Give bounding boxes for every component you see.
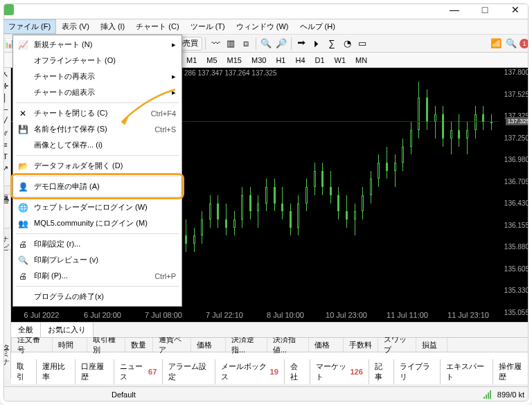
menu-item[interactable]: 表示 (V) (56, 19, 95, 34)
line-chart-icon[interactable]: 〰 (209, 37, 222, 51)
profile-name[interactable]: Default (112, 390, 136, 399)
menu-entry[interactable]: 🖨印刷設定 (r)... (13, 236, 181, 252)
bar-chart-icon[interactable]: ▥ (224, 37, 238, 51)
menu-entry[interactable]: 🔍印刷プレビュー (v) (13, 252, 181, 268)
column-header[interactable]: 損益 (416, 338, 447, 352)
timeframe-button[interactable]: W1 (330, 54, 351, 66)
menu-item[interactable]: ヘルプ (H) (294, 19, 341, 34)
menu-entry[interactable]: 💾名前を付けて保存 (S)Ctrl+S (13, 121, 181, 137)
terminal-tab[interactable]: マーケット126 (310, 359, 369, 384)
file-menu-dropdown: 📈新規チャート (N)▸オフラインチャート (O)チャートの再表示▸チャートの組… (12, 35, 182, 307)
column-header[interactable]: 価格 (309, 338, 344, 352)
terminal-tab[interactable]: 運用比率 (37, 359, 76, 384)
titlebar: — □ ✕ (0, 0, 532, 19)
terminal-tab[interactable]: ライブラリ (394, 359, 440, 384)
timeframe-button[interactable]: M15 (223, 54, 246, 66)
trendline-icon[interactable]: ╱ (1, 116, 10, 126)
menu-entry[interactable]: 🌐ウェブトレーダーにログイン (W) (13, 199, 181, 215)
channel-icon[interactable]: ⫽ (1, 128, 10, 138)
menu-entry[interactable]: 画像として保存... (i) (13, 137, 181, 153)
menu-entry[interactable]: プログラムの終了(x) (13, 289, 181, 305)
close-button[interactable]: ✕ (502, 1, 529, 18)
column-header[interactable]: 取引種別 (87, 338, 125, 352)
menu-entry-icon: ✕ (17, 108, 28, 119)
navigator-tab[interactable]: ナビ (0, 228, 12, 250)
market-watch-tab[interactable]: 気 通 (0, 186, 12, 195)
timeframe-button[interactable]: H4 (291, 54, 309, 66)
text-icon[interactable]: T (1, 152, 10, 161)
minimize-button[interactable]: — (441, 1, 468, 18)
menu-entry[interactable]: チャートの再表示▸ (13, 69, 181, 84)
signal-icon[interactable]: 📶 (489, 37, 503, 51)
timeframe-button[interactable]: D1 (311, 54, 329, 66)
terminal-tab[interactable]: アラーム設定 (163, 359, 215, 384)
chart-tab-general[interactable]: 全般 (11, 323, 41, 337)
terminal-tab[interactable]: 口座履歴 (76, 359, 114, 384)
terminal-tab[interactable]: ニュース67 (114, 359, 163, 384)
timeframe-button[interactable]: H1 (272, 54, 290, 66)
menu-entry-label: チャートを閉じる (C) (34, 108, 107, 118)
chart-bottom-info: 全般 お気に入り (11, 322, 532, 337)
terminal-tab[interactable]: メールボックス19 (215, 359, 284, 384)
menu-entry-icon: 🔍 (17, 255, 28, 266)
menu-item[interactable]: ツール (T) (185, 19, 231, 34)
column-header[interactable]: 決済逆指... (226, 338, 267, 352)
menu-item[interactable]: ウィンドウ (W) (231, 19, 294, 34)
column-header[interactable]: 注文番号 (11, 338, 53, 352)
column-header[interactable]: 時間 (53, 338, 87, 352)
periods-icon[interactable]: ◔ (340, 37, 354, 51)
hline-icon[interactable]: ─ (1, 105, 10, 114)
chart-tab-fav[interactable]: お気に入り (41, 323, 94, 337)
menu-item[interactable]: 挿入 (I) (95, 19, 130, 34)
crosshair-icon[interactable]: ✛ (1, 81, 10, 91)
timeframe-button[interactable]: M5 (202, 54, 221, 66)
column-header[interactable]: 手数料 (344, 338, 378, 352)
timeframe-button[interactable]: M30 (247, 54, 270, 66)
menu-entry[interactable]: 👤デモ口座の申請 (A) (13, 179, 181, 195)
menu-entry[interactable]: 📂データフォルダを開く (D) (13, 158, 181, 174)
column-header[interactable]: 数量 (125, 338, 153, 352)
terminal-tab[interactable]: エキスパート (441, 359, 493, 384)
scroll-icon[interactable]: ⏵ (310, 37, 323, 51)
search-icon[interactable]: 🔍 (504, 37, 518, 51)
candles-icon[interactable]: ⧈ (239, 37, 253, 51)
menu-entry[interactable]: 🖨印刷 (P)...Ctrl+P (13, 268, 181, 284)
terminal-tab[interactable]: 取引 (11, 359, 37, 384)
menu-entry-icon: 🌐 (17, 202, 28, 213)
menu-entry-icon: 👥 (17, 218, 28, 229)
menu-item[interactable]: ファイル (F) (3, 19, 56, 34)
column-header[interactable]: 価格 (191, 338, 226, 352)
menu-entry-label: 新規チャート (N) (34, 39, 92, 50)
terminal-tab[interactable]: 操作履歴 (493, 359, 532, 384)
connection-status[interactable]: 899/0 kt (484, 390, 524, 399)
column-header[interactable]: スワップ (378, 338, 416, 352)
indicators-icon[interactable]: ∑ (325, 37, 339, 51)
templates-icon[interactable]: ▭ (355, 37, 369, 51)
maximize-button[interactable]: □ (471, 1, 499, 18)
terminal-vtab[interactable]: ターミナ (0, 337, 11, 363)
notification-badge[interactable]: 1 (520, 39, 529, 48)
menu-item[interactable]: チャート (C) (130, 19, 184, 34)
timeframe-button[interactable]: M1 (182, 54, 201, 66)
menu-entry[interactable]: オフラインチャート (O) (13, 53, 181, 69)
arrows-icon[interactable]: ↗ (1, 163, 10, 173)
menu-entry[interactable]: チャートの組表示▸ (13, 84, 181, 100)
zoom-in-icon[interactable]: 🔍 (259, 37, 273, 51)
column-header[interactable]: 通貨ペア (153, 338, 191, 352)
terminal-tab[interactable]: 会社 (285, 359, 310, 384)
zoom-out-icon[interactable]: 🔎 (274, 37, 288, 51)
vline-icon[interactable]: │ (1, 93, 10, 102)
column-header[interactable]: 決済指値... (267, 338, 309, 352)
menu-entry[interactable]: 📈新規チャート (N)▸ (13, 37, 181, 53)
menu-entry-icon: 👤 (17, 181, 28, 192)
fibo-icon[interactable]: ≡ (1, 140, 10, 150)
terminal-tabs: 取引運用比率口座履歴ニュース67アラーム設定メールボックス19会社マーケット12… (11, 363, 532, 379)
menu-entry[interactable]: ✕チャートを閉じる (C)Ctrl+F4 (13, 105, 181, 121)
menu-entry-label: オフラインチャート (O) (34, 55, 116, 66)
shift-icon[interactable]: ⮕ (294, 37, 308, 51)
timeframe-button[interactable]: MN (351, 54, 371, 66)
cursor-icon[interactable]: ↖ (1, 69, 10, 79)
menu-entry-icon: 🖨 (17, 271, 28, 282)
menu-entry[interactable]: 👥MQL5.community にログイン (M) (13, 215, 181, 231)
terminal-tab[interactable]: 記事 (369, 359, 395, 384)
